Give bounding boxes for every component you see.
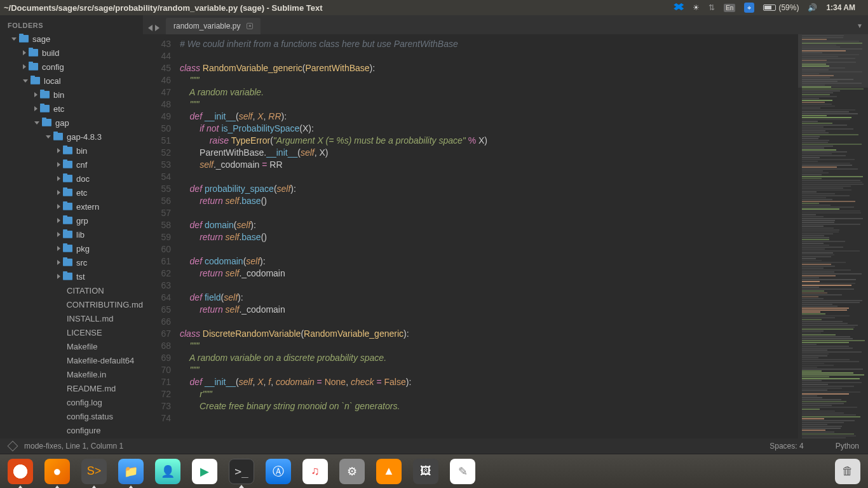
file-item[interactable]: INSTALL.md [0, 311, 143, 325]
chevron-right-icon[interactable] [57, 190, 60, 195]
tree-label: config.log [67, 398, 102, 407]
chevron-right-icon[interactable] [57, 274, 60, 279]
code-view[interactable]: # We could inherit from a functions clas… [180, 34, 798, 438]
file-item[interactable]: README.md [0, 381, 143, 395]
folder-icon [63, 231, 72, 238]
dropbox-icon[interactable] [674, 3, 684, 12]
chevron-right-icon[interactable] [57, 176, 60, 181]
dock-notes[interactable]: ✎ [450, 459, 475, 484]
status-syntax[interactable]: Python [836, 442, 859, 451]
tab-active[interactable]: random_variable.py × [166, 18, 261, 34]
chevron-down-icon[interactable] [11, 37, 17, 41]
folder-tree[interactable]: sagebuildconfiglocalbinetcgapgap-4.8.3bi… [0, 32, 143, 437]
tab-bar[interactable]: random_variable.py × ▼ [143, 15, 868, 34]
dock-terminal[interactable]: >_ [229, 459, 254, 484]
status-spaces[interactable]: Spaces: 4 [770, 442, 803, 451]
folder-item[interactable]: gap [0, 116, 143, 130]
tree-label: CONTRIBUTING.md [66, 300, 143, 309]
chevron-right-icon[interactable] [57, 148, 60, 153]
status-bar: mode-fixes, Line 1, Column 1 Spaces: 4 P… [0, 438, 868, 454]
git-icon[interactable] [8, 441, 18, 452]
folder-item[interactable]: build [0, 46, 143, 60]
chevron-right-icon[interactable] [23, 50, 26, 55]
file-nav-arrows[interactable] [148, 25, 159, 31]
folder-item[interactable]: bin [0, 88, 143, 102]
folder-item[interactable]: src [0, 255, 143, 269]
chevron-down-icon[interactable] [34, 121, 39, 125]
status-position[interactable]: mode-fixes, Line 1, Column 1 [24, 442, 123, 451]
file-item[interactable]: CITATION [0, 283, 143, 297]
chevron-down-icon[interactable] [46, 135, 51, 139]
network-icon[interactable]: ⇅ [709, 3, 715, 12]
dock-vlc[interactable]: ▲ [376, 459, 402, 484]
tree-label: tst [76, 272, 85, 281]
chevron-right-icon[interactable] [57, 218, 60, 223]
file-item[interactable]: configure [0, 423, 143, 437]
dock-ubuntu[interactable] [8, 459, 33, 484]
file-item[interactable]: config.status [0, 409, 143, 423]
chevron-right-icon[interactable] [57, 246, 60, 251]
folder-item[interactable]: doc [0, 172, 143, 186]
tab-overflow-icon[interactable]: ▼ [857, 22, 863, 29]
folder-item[interactable]: etc [0, 102, 143, 116]
folder-icon [29, 49, 38, 57]
folder-item[interactable]: lib [0, 227, 143, 241]
chevron-right-icon[interactable] [57, 232, 60, 237]
folder-sidebar[interactable]: FOLDERS sagebuildconfiglocalbinetcgapgap… [0, 15, 143, 438]
tree-label: doc [76, 174, 90, 184]
chevron-right-icon[interactable] [34, 106, 37, 111]
brightness-icon[interactable]: ☀ [693, 3, 700, 12]
folder-icon [40, 91, 50, 98]
editor-column: random_variable.py × ▼ 43444546474849505… [143, 15, 868, 438]
nav-back-icon[interactable] [148, 25, 153, 31]
folder-item[interactable]: bin [0, 144, 143, 158]
folder-item[interactable]: etc [0, 186, 143, 200]
dock-contacts[interactable]: 👤 [155, 459, 180, 484]
file-item[interactable]: Makefile.in [0, 367, 143, 381]
folder-item[interactable]: extern [0, 200, 143, 214]
battery-indicator[interactable]: (59%) [763, 3, 799, 12]
folder-item[interactable]: local [0, 74, 143, 88]
file-item[interactable]: CONTRIBUTING.md [0, 297, 143, 311]
chevron-right-icon[interactable] [23, 64, 26, 69]
volume-icon[interactable]: 🔊 [808, 3, 817, 12]
nav-fwd-icon[interactable] [155, 25, 159, 31]
chevron-right-icon[interactable] [57, 260, 60, 265]
folder-item[interactable]: tst [0, 269, 143, 283]
tree-label: src [76, 258, 87, 268]
folder-icon [19, 35, 29, 43]
file-item[interactable]: Makefile-default64 [0, 353, 143, 367]
file-item[interactable]: Makefile [0, 339, 143, 353]
folder-item[interactable]: pkg [0, 241, 143, 255]
folder-item[interactable]: grp [0, 214, 143, 227]
dock-files[interactable]: 📁 [118, 459, 144, 484]
chevron-down-icon[interactable] [23, 79, 28, 83]
tree-label: Makefile.in [67, 370, 106, 379]
folder-item[interactable]: config [0, 60, 143, 74]
dock-music[interactable]: ♫ [302, 459, 328, 484]
close-icon[interactable]: × [247, 23, 253, 29]
dock-firefox[interactable]: ● [44, 459, 70, 484]
dock[interactable]: ● S> 📁 👤 ▶ >_ Ⓐ ♫ ⚙ ▲ 🖼 ✎ 🗑 [0, 454, 868, 488]
editor-area[interactable]: 4344454647484950515253545556575859606162… [143, 34, 868, 438]
dock-settings[interactable]: ⚙ [339, 459, 365, 484]
chevron-right-icon[interactable] [57, 162, 60, 167]
folder-item[interactable]: cnf [0, 158, 143, 172]
folder-icon [31, 77, 40, 85]
chevron-right-icon[interactable] [57, 204, 60, 209]
folder-item[interactable]: sage [0, 32, 143, 46]
file-item[interactable]: LICENSE [0, 325, 143, 339]
sidebar-header: FOLDERS [0, 19, 143, 32]
dock-trash[interactable]: 🗑 [835, 459, 860, 484]
dock-video[interactable]: ▶ [192, 459, 217, 484]
minimap[interactable] [798, 34, 868, 438]
bluetooth-icon[interactable]: ⌖ [744, 3, 754, 13]
folder-item[interactable]: gap-4.8.3 [0, 130, 143, 144]
file-item[interactable]: config.log [0, 395, 143, 409]
lang-indicator[interactable]: En [724, 4, 735, 12]
dock-screenshot[interactable]: 🖼 [413, 459, 438, 484]
dock-sublime[interactable]: S> [81, 459, 107, 484]
clock[interactable]: 1:34 AM [826, 3, 855, 12]
chevron-right-icon[interactable] [34, 92, 37, 97]
dock-appstore[interactable]: Ⓐ [266, 459, 291, 484]
